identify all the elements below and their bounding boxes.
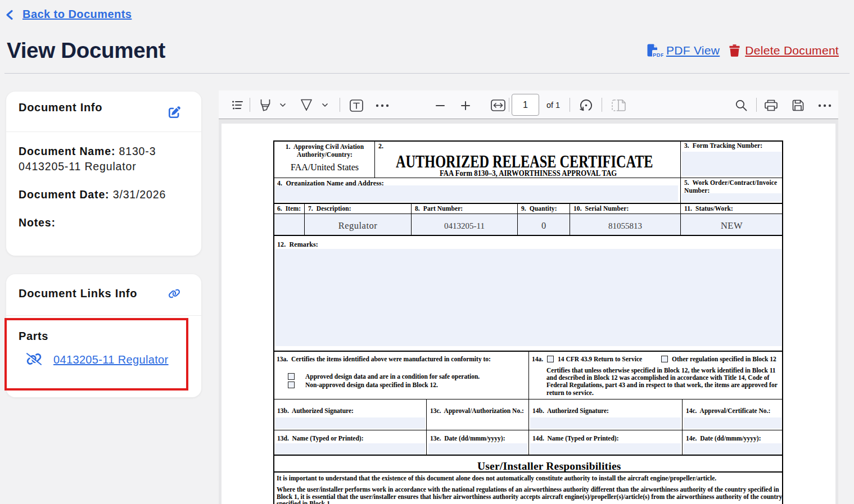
svg-text:PDF: PDF [653,52,663,57]
